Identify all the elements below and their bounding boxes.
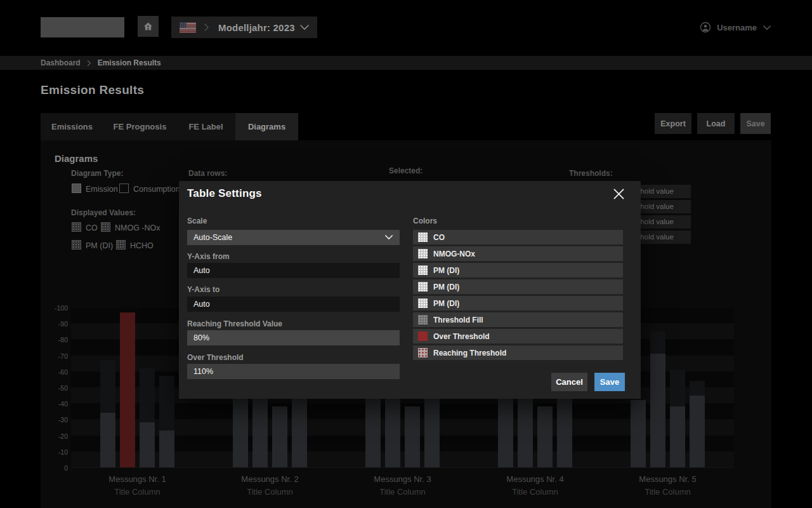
data-rows-label: Data rows:	[188, 169, 227, 178]
checkbox-pm-di[interactable]	[72, 240, 81, 250]
chart-group-label: Messungs Nr. 5	[605, 474, 731, 484]
y-tick-label: -20	[41, 432, 68, 440]
checkbox-consumptions[interactable]	[119, 184, 129, 193]
checkbox-nmog-nox[interactable]	[101, 222, 110, 232]
over-threshold-input[interactable]: 110%	[187, 364, 400, 379]
tab-diagrams[interactable]: Diagrams	[235, 113, 298, 140]
checkbox-emission-label: Emission	[86, 185, 118, 194]
chart-bar-threshold-fill	[670, 370, 685, 406]
color-swatch	[418, 232, 428, 242]
color-row-label: PM (DI)	[433, 299, 459, 308]
scale-select-value: Auto-Scale	[193, 233, 232, 242]
load-button[interactable]: Load	[697, 113, 735, 134]
color-row-co[interactable]: CO	[413, 230, 623, 244]
reaching-threshold-input[interactable]: 80%	[187, 330, 400, 345]
chevron-right-icon	[204, 23, 209, 32]
chevron-right-icon	[87, 60, 91, 67]
y-tick-label: -70	[41, 352, 68, 360]
scale-select[interactable]: Auto-Scale	[187, 230, 400, 245]
tab-fe-prognosis[interactable]: FE Prognosis	[103, 113, 176, 140]
y-axis-to-label: Y-Axis to	[187, 285, 219, 294]
chart-group-subtitle: Title Column	[74, 487, 201, 497]
breadcrumb-emission-results[interactable]: Emission Results	[98, 58, 161, 67]
chevron-down-icon	[763, 25, 771, 30]
diagram-type-label: Diagram Type:	[71, 169, 123, 178]
chart-bar	[690, 396, 705, 467]
y-tick-label: -40	[41, 400, 68, 408]
chart-group-label: Messungs Nr. 3	[339, 474, 466, 484]
color-row-pm-di-2[interactable]: PM (DI)	[413, 279, 623, 294]
section-heading: Diagrams	[55, 153, 98, 164]
y-tick-label: -100	[41, 304, 68, 312]
chart-bar	[252, 397, 268, 467]
chart-bar-threshold-fill	[140, 368, 155, 423]
chart-group-label: Messungs Nr. 4	[472, 474, 599, 484]
close-icon	[613, 188, 625, 200]
model-year-dropdown[interactable]: Modelljahr: 2023	[171, 17, 317, 38]
checkbox-co-label: CO	[86, 224, 98, 232]
chart-group-subtitle: Title Column	[472, 487, 599, 497]
color-swatch	[418, 282, 428, 291]
scale-label: Scale	[187, 217, 207, 225]
chart-bar-threshold-fill	[690, 381, 705, 396]
tab-fe-label[interactable]: FE Label	[176, 113, 235, 140]
home-button[interactable]	[138, 16, 159, 37]
breadcrumb-dashboard[interactable]: Dashboard	[41, 58, 81, 67]
export-button[interactable]: Export	[655, 113, 691, 134]
modal-title: Table Settings	[187, 187, 262, 200]
chart-bar	[140, 422, 155, 467]
color-row-pm-di-3[interactable]: PM (DI)	[413, 296, 623, 311]
chart-bar-threshold-fill	[100, 360, 115, 413]
chart-bar	[292, 397, 307, 467]
chart-bar	[498, 397, 513, 467]
chart-group-label: Messungs Nr. 2	[207, 474, 334, 484]
color-row-label: PM (DI)	[433, 266, 459, 275]
checkbox-hcho[interactable]	[116, 240, 126, 250]
selected-label: Selected:	[389, 166, 422, 175]
y-axis-from-input[interactable]: Auto	[187, 263, 400, 278]
y-axis-from-label: Y-Axis from	[187, 252, 230, 261]
modal-cancel-button[interactable]: Cancel	[551, 373, 587, 391]
chevron-down-icon	[299, 24, 310, 30]
chart-bar	[233, 397, 248, 467]
chart-bar	[518, 397, 533, 467]
user-menu[interactable]: Username	[700, 20, 771, 34]
y-tick-label: -30	[41, 416, 68, 424]
chart-group-label: Messungs Nr. 1	[74, 474, 201, 484]
chart-group-subtitle: Title Column	[605, 487, 731, 497]
chart-bar	[100, 413, 115, 467]
chart-bar	[385, 397, 400, 467]
thresholds-label: Thresholds:	[569, 169, 613, 178]
color-swatch	[418, 315, 428, 324]
chart-bar	[159, 431, 174, 467]
chart-group-subtitle: Title Column	[339, 487, 466, 497]
page-title: Emission Results	[41, 83, 144, 97]
reaching-threshold-label: Reaching Threshold Value	[187, 319, 282, 328]
color-row-label: PM (DI)	[433, 283, 459, 291]
checkbox-emission[interactable]	[72, 184, 81, 193]
chart-bar	[272, 406, 287, 467]
color-row-over-threshold[interactable]: Over Threshold	[413, 329, 623, 344]
y-tick-label: -90	[41, 320, 68, 328]
color-swatch	[418, 348, 428, 358]
color-row-reaching-threshold[interactable]: Reaching Threshold	[413, 345, 623, 360]
color-swatch	[418, 265, 428, 275]
y-axis-to-input[interactable]: Auto	[187, 297, 400, 312]
color-row-pm-di-1[interactable]: PM (DI)	[413, 263, 623, 277]
tab-emissions[interactable]: Emissions	[41, 113, 103, 140]
breadcrumb: Dashboard Emission Results	[0, 56, 812, 70]
color-swatch	[418, 298, 428, 308]
color-row-threshold-fill[interactable]: Threshold Fill	[413, 312, 623, 327]
y-tick-label: -60	[41, 368, 68, 376]
chart-bar	[405, 406, 420, 467]
checkbox-nmog-nox-label: NMOG -NOx	[115, 224, 160, 232]
modal-close-button[interactable]	[611, 186, 626, 201]
logo-placeholder[interactable]	[41, 17, 124, 37]
modal-save-button[interactable]: Save	[594, 373, 625, 391]
displayed-values-label: Displayed Values:	[71, 208, 136, 217]
checkbox-co[interactable]	[72, 222, 81, 232]
color-row-nmog-nox[interactable]: NMOG-NOx	[413, 246, 623, 261]
chart-bar	[537, 406, 553, 467]
save-button[interactable]: Save	[740, 113, 771, 134]
checkbox-pm-di-label: PM (DI)	[86, 241, 113, 250]
